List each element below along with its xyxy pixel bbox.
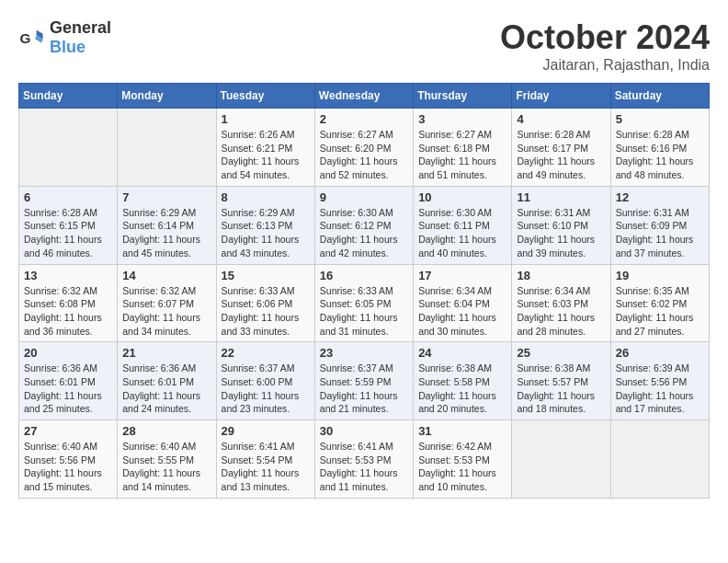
weekday-header: Saturday [610, 84, 709, 109]
day-number: 15 [222, 269, 310, 282]
day-number: 9 [320, 190, 408, 204]
day-info: Sunrise: 6:28 AMSunset: 6:16 PMDaylight:… [616, 128, 704, 182]
day-info: Sunrise: 6:36 AMSunset: 6:01 PMDaylight:… [122, 362, 210, 416]
day-info: Sunrise: 6:40 AMSunset: 5:56 PMDaylight:… [24, 440, 112, 494]
day-info: Sunrise: 6:41 AMSunset: 5:54 PMDaylight:… [222, 440, 310, 494]
calendar-week-row: 27Sunrise: 6:40 AMSunset: 5:56 PMDayligh… [19, 420, 710, 499]
day-number: 14 [122, 269, 210, 282]
day-number: 20 [24, 346, 112, 360]
day-number: 18 [517, 269, 605, 282]
day-info: Sunrise: 6:30 AMSunset: 6:11 PMDaylight:… [418, 206, 506, 260]
calendar-cell: 8Sunrise: 6:29 AMSunset: 6:13 PMDaylight… [216, 186, 314, 264]
day-info: Sunrise: 6:40 AMSunset: 5:55 PMDaylight:… [122, 440, 210, 494]
day-info: Sunrise: 6:34 AMSunset: 6:04 PMDaylight:… [418, 284, 506, 339]
calendar-cell: 2Sunrise: 6:27 AMSunset: 6:20 PMDaylight… [314, 109, 413, 187]
calendar-cell [610, 420, 709, 499]
calendar-cell: 9Sunrise: 6:30 AMSunset: 6:12 PMDaylight… [314, 186, 413, 264]
calendar-cell: 10Sunrise: 6:30 AMSunset: 6:11 PMDayligh… [414, 186, 512, 264]
calendar-cell: 19Sunrise: 6:35 AMSunset: 6:02 PMDayligh… [610, 264, 709, 342]
calendar-cell: 20Sunrise: 6:36 AMSunset: 6:01 PMDayligh… [19, 342, 118, 420]
location-title: Jaitaran, Rajasthan, India [500, 57, 710, 74]
day-number: 16 [320, 269, 408, 282]
day-number: 2 [320, 112, 408, 126]
weekday-header: Monday [118, 84, 216, 109]
day-info: Sunrise: 6:29 AMSunset: 6:14 PMDaylight:… [122, 206, 210, 260]
day-info: Sunrise: 6:30 AMSunset: 6:12 PMDaylight:… [320, 206, 408, 260]
day-number: 3 [418, 112, 506, 126]
calendar-cell [512, 420, 610, 499]
calendar-cell: 23Sunrise: 6:37 AMSunset: 5:59 PMDayligh… [314, 342, 413, 420]
day-info: Sunrise: 6:31 AMSunset: 6:10 PMDaylight:… [517, 206, 605, 260]
day-info: Sunrise: 6:27 AMSunset: 6:20 PMDaylight:… [320, 128, 408, 182]
day-number: 4 [517, 112, 605, 126]
day-number: 17 [418, 269, 506, 282]
calendar-cell: 15Sunrise: 6:33 AMSunset: 6:06 PMDayligh… [216, 264, 314, 342]
day-number: 28 [122, 424, 210, 438]
logo-icon: G [18, 25, 44, 51]
calendar-table: SundayMondayTuesdayWednesdayThursdayFrid… [18, 83, 710, 499]
logo-blue: Blue [50, 38, 85, 56]
calendar-cell: 3Sunrise: 6:27 AMSunset: 6:18 PMDaylight… [414, 109, 512, 187]
day-number: 25 [517, 346, 605, 360]
day-info: Sunrise: 6:39 AMSunset: 5:56 PMDaylight:… [616, 362, 704, 416]
calendar-week-row: 1Sunrise: 6:26 AMSunset: 6:21 PMDaylight… [19, 109, 710, 187]
calendar-cell: 14Sunrise: 6:32 AMSunset: 6:07 PMDayligh… [118, 264, 216, 342]
calendar-cell: 7Sunrise: 6:29 AMSunset: 6:14 PMDaylight… [118, 186, 216, 264]
month-title: October 2024 [500, 18, 710, 57]
calendar-cell: 27Sunrise: 6:40 AMSunset: 5:56 PMDayligh… [19, 420, 118, 499]
day-number: 22 [222, 346, 310, 360]
calendar-cell: 24Sunrise: 6:38 AMSunset: 5:58 PMDayligh… [414, 342, 512, 420]
day-number: 10 [418, 190, 506, 204]
calendar-cell: 18Sunrise: 6:34 AMSunset: 6:03 PMDayligh… [512, 264, 610, 342]
logo-general: General [50, 18, 111, 37]
calendar-week-row: 6Sunrise: 6:28 AMSunset: 6:15 PMDaylight… [19, 186, 710, 264]
day-number: 8 [222, 190, 310, 204]
day-number: 29 [222, 424, 310, 438]
calendar-cell: 21Sunrise: 6:36 AMSunset: 6:01 PMDayligh… [118, 342, 216, 420]
day-info: Sunrise: 6:34 AMSunset: 6:03 PMDaylight:… [517, 284, 605, 339]
day-number: 11 [517, 190, 605, 204]
calendar-week-row: 13Sunrise: 6:32 AMSunset: 6:08 PMDayligh… [19, 264, 710, 342]
day-info: Sunrise: 6:32 AMSunset: 6:08 PMDaylight:… [24, 284, 112, 339]
logo: G General Blue [18, 18, 111, 57]
day-number: 23 [320, 346, 408, 360]
day-info: Sunrise: 6:32 AMSunset: 6:07 PMDaylight:… [122, 284, 210, 339]
day-number: 5 [616, 112, 704, 126]
day-number: 27 [24, 424, 112, 438]
day-number: 31 [418, 424, 506, 438]
calendar-cell: 31Sunrise: 6:42 AMSunset: 5:53 PMDayligh… [414, 420, 512, 499]
day-info: Sunrise: 6:38 AMSunset: 5:57 PMDaylight:… [517, 362, 605, 416]
day-info: Sunrise: 6:33 AMSunset: 6:05 PMDaylight:… [320, 284, 408, 339]
calendar-cell: 29Sunrise: 6:41 AMSunset: 5:54 PMDayligh… [216, 420, 314, 499]
weekday-row: SundayMondayTuesdayWednesdayThursdayFrid… [19, 84, 710, 109]
calendar-cell: 26Sunrise: 6:39 AMSunset: 5:56 PMDayligh… [610, 342, 709, 420]
calendar-cell: 22Sunrise: 6:37 AMSunset: 6:00 PMDayligh… [216, 342, 314, 420]
calendar-cell: 17Sunrise: 6:34 AMSunset: 6:04 PMDayligh… [414, 264, 512, 342]
calendar-cell [19, 109, 118, 187]
day-number: 26 [616, 346, 704, 360]
day-info: Sunrise: 6:37 AMSunset: 5:59 PMDaylight:… [320, 362, 408, 416]
weekday-header: Tuesday [216, 84, 314, 109]
day-number: 24 [418, 346, 506, 360]
weekday-header: Sunday [19, 84, 118, 109]
svg-text:G: G [19, 30, 30, 46]
day-info: Sunrise: 6:37 AMSunset: 6:00 PMDaylight:… [222, 362, 310, 416]
day-number: 21 [122, 346, 210, 360]
calendar-header: SundayMondayTuesdayWednesdayThursdayFrid… [19, 84, 710, 109]
calendar-cell: 13Sunrise: 6:32 AMSunset: 6:08 PMDayligh… [19, 264, 118, 342]
calendar-cell: 5Sunrise: 6:28 AMSunset: 6:16 PMDaylight… [610, 109, 709, 187]
weekday-header: Friday [512, 84, 610, 109]
calendar-week-row: 20Sunrise: 6:36 AMSunset: 6:01 PMDayligh… [19, 342, 710, 420]
day-number: 13 [24, 269, 112, 282]
calendar-cell: 12Sunrise: 6:31 AMSunset: 6:09 PMDayligh… [610, 186, 709, 264]
calendar-cell: 11Sunrise: 6:31 AMSunset: 6:10 PMDayligh… [512, 186, 610, 264]
calendar-cell: 25Sunrise: 6:38 AMSunset: 5:57 PMDayligh… [512, 342, 610, 420]
day-number: 12 [616, 190, 704, 204]
calendar-cell: 16Sunrise: 6:33 AMSunset: 6:05 PMDayligh… [314, 264, 413, 342]
logo-text: General Blue [50, 18, 111, 57]
day-info: Sunrise: 6:28 AMSunset: 6:15 PMDaylight:… [24, 206, 112, 260]
calendar-cell: 4Sunrise: 6:28 AMSunset: 6:17 PMDaylight… [512, 109, 610, 187]
title-block: October 2024 Jaitaran, Rajasthan, India [500, 18, 710, 74]
weekday-header: Wednesday [314, 84, 413, 109]
calendar-cell: 1Sunrise: 6:26 AMSunset: 6:21 PMDaylight… [216, 109, 314, 187]
